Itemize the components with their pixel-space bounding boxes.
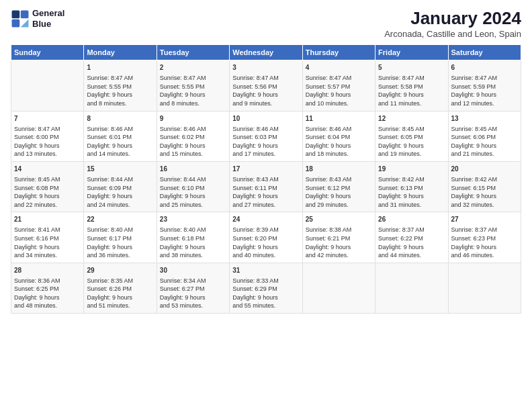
cell-content: Sunrise: 8:39 AM Sunset: 6:20 PM Dayligh… <box>232 226 279 259</box>
cell-content: Sunrise: 8:45 AM Sunset: 6:05 PM Dayligh… <box>378 126 425 158</box>
calendar-cell: 5Sunrise: 8:47 AM Sunset: 5:58 PM Daylig… <box>375 60 448 111</box>
day-number: 21 <box>14 215 81 224</box>
cell-content: Sunrise: 8:47 AM Sunset: 5:55 PM Dayligh… <box>160 75 206 107</box>
day-number: 2 <box>160 63 226 73</box>
day-number: 20 <box>451 165 518 174</box>
calendar-cell: 13Sunrise: 8:45 AM Sunset: 6:06 PM Dayli… <box>448 111 521 161</box>
cell-content: Sunrise: 8:46 AM Sunset: 6:03 PM Dayligh… <box>232 126 279 158</box>
day-number: 28 <box>14 266 81 275</box>
cell-content: Sunrise: 8:46 AM Sunset: 6:04 PM Dayligh… <box>306 126 352 158</box>
day-number: 14 <box>14 165 81 174</box>
calendar-cell: 20Sunrise: 8:42 AM Sunset: 6:15 PM Dayli… <box>448 161 521 212</box>
cell-content: Sunrise: 8:44 AM Sunset: 6:10 PM Dayligh… <box>160 176 206 208</box>
cell-content: Sunrise: 8:45 AM Sunset: 6:06 PM Dayligh… <box>451 126 498 158</box>
col-header-saturday: Saturday <box>448 45 521 60</box>
cell-content: Sunrise: 8:42 AM Sunset: 6:13 PM Dayligh… <box>378 176 425 208</box>
week-row-3: 14Sunrise: 8:45 AM Sunset: 6:08 PM Dayli… <box>11 161 521 212</box>
calendar-cell: 27Sunrise: 8:37 AM Sunset: 6:23 PM Dayli… <box>448 212 521 263</box>
day-number: 1 <box>87 63 153 73</box>
svg-marker-3 <box>21 19 29 27</box>
calendar-cell <box>448 263 521 313</box>
calendar-cell: 21Sunrise: 8:41 AM Sunset: 6:16 PM Dayli… <box>11 212 84 263</box>
day-number: 11 <box>306 114 372 124</box>
day-number: 27 <box>451 215 518 224</box>
calendar-cell: 7Sunrise: 8:47 AM Sunset: 6:00 PM Daylig… <box>11 111 84 161</box>
cell-content: Sunrise: 8:35 AM Sunset: 6:26 PM Dayligh… <box>87 277 133 310</box>
page: General Blue January 2024 Arconada, Cast… <box>0 0 532 411</box>
col-header-sunday: Sunday <box>11 45 84 60</box>
day-number: 23 <box>160 215 226 224</box>
main-title: January 2024 <box>384 8 521 29</box>
cell-content: Sunrise: 8:33 AM Sunset: 6:29 PM Dayligh… <box>232 277 279 310</box>
cell-content: Sunrise: 8:43 AM Sunset: 6:12 PM Dayligh… <box>306 176 352 208</box>
day-number: 12 <box>378 114 445 124</box>
calendar-cell: 26Sunrise: 8:37 AM Sunset: 6:22 PM Dayli… <box>375 212 448 263</box>
day-number: 10 <box>232 114 299 124</box>
cell-content: Sunrise: 8:47 AM Sunset: 5:56 PM Dayligh… <box>232 75 279 107</box>
calendar-cell: 22Sunrise: 8:40 AM Sunset: 6:17 PM Dayli… <box>84 212 157 263</box>
cell-content: Sunrise: 8:44 AM Sunset: 6:09 PM Dayligh… <box>87 176 133 208</box>
cell-content: Sunrise: 8:47 AM Sunset: 5:57 PM Dayligh… <box>306 75 352 107</box>
cell-content: Sunrise: 8:47 AM Sunset: 5:59 PM Dayligh… <box>451 75 498 107</box>
day-number: 16 <box>160 165 226 174</box>
logo: General Blue <box>11 8 64 29</box>
cell-content: Sunrise: 8:47 AM Sunset: 6:00 PM Dayligh… <box>14 126 60 158</box>
cell-content: Sunrise: 8:46 AM Sunset: 6:02 PM Dayligh… <box>160 126 206 158</box>
day-number: 13 <box>451 114 518 124</box>
cell-content: Sunrise: 8:47 AM Sunset: 5:58 PM Dayligh… <box>378 75 425 107</box>
day-number: 30 <box>160 266 226 275</box>
cell-content: Sunrise: 8:40 AM Sunset: 6:18 PM Dayligh… <box>160 226 206 259</box>
col-header-friday: Friday <box>375 45 448 60</box>
day-number: 24 <box>232 215 299 224</box>
calendar-cell: 16Sunrise: 8:44 AM Sunset: 6:10 PM Dayli… <box>157 161 229 212</box>
day-number: 29 <box>87 266 153 275</box>
week-row-1: 1Sunrise: 8:47 AM Sunset: 5:55 PM Daylig… <box>11 60 521 111</box>
day-number: 31 <box>232 266 299 275</box>
calendar-cell: 15Sunrise: 8:44 AM Sunset: 6:09 PM Dayli… <box>84 161 157 212</box>
calendar-cell: 3Sunrise: 8:47 AM Sunset: 5:56 PM Daylig… <box>230 60 302 111</box>
week-row-4: 21Sunrise: 8:41 AM Sunset: 6:16 PM Dayli… <box>11 212 521 263</box>
calendar-cell: 1Sunrise: 8:47 AM Sunset: 5:55 PM Daylig… <box>84 60 157 111</box>
week-row-5: 28Sunrise: 8:36 AM Sunset: 6:25 PM Dayli… <box>11 263 521 313</box>
cell-content: Sunrise: 8:34 AM Sunset: 6:27 PM Dayligh… <box>160 277 206 310</box>
day-number: 3 <box>232 63 299 73</box>
calendar-cell <box>11 60 84 111</box>
calendar-cell: 28Sunrise: 8:36 AM Sunset: 6:25 PM Dayli… <box>11 263 84 313</box>
day-number: 4 <box>306 63 372 73</box>
week-row-2: 7Sunrise: 8:47 AM Sunset: 6:00 PM Daylig… <box>11 111 521 161</box>
day-number: 8 <box>87 114 153 124</box>
calendar-cell: 29Sunrise: 8:35 AM Sunset: 6:26 PM Dayli… <box>84 263 157 313</box>
calendar-cell: 19Sunrise: 8:42 AM Sunset: 6:13 PM Dayli… <box>375 161 448 212</box>
col-header-monday: Monday <box>84 45 157 60</box>
cell-content: Sunrise: 8:46 AM Sunset: 6:01 PM Dayligh… <box>87 126 133 158</box>
svg-rect-2 <box>12 19 20 27</box>
day-number: 7 <box>14 114 81 124</box>
col-header-thursday: Thursday <box>302 45 375 60</box>
cell-content: Sunrise: 8:37 AM Sunset: 6:23 PM Dayligh… <box>451 226 498 259</box>
cell-content: Sunrise: 8:42 AM Sunset: 6:15 PM Dayligh… <box>451 176 498 208</box>
calendar-cell: 30Sunrise: 8:34 AM Sunset: 6:27 PM Dayli… <box>157 263 229 313</box>
day-number: 18 <box>306 165 372 174</box>
col-header-wednesday: Wednesday <box>230 45 302 60</box>
svg-rect-0 <box>12 10 20 18</box>
day-number: 26 <box>378 215 445 224</box>
cell-content: Sunrise: 8:38 AM Sunset: 6:21 PM Dayligh… <box>306 226 352 259</box>
calendar-cell: 31Sunrise: 8:33 AM Sunset: 6:29 PM Dayli… <box>230 263 302 313</box>
day-number: 17 <box>232 165 299 174</box>
day-number: 19 <box>378 165 445 174</box>
calendar-cell: 8Sunrise: 8:46 AM Sunset: 6:01 PM Daylig… <box>84 111 157 161</box>
day-number: 25 <box>306 215 372 224</box>
subtitle: Arconada, Castille and Leon, Spain <box>384 29 521 39</box>
calendar-cell: 2Sunrise: 8:47 AM Sunset: 5:55 PM Daylig… <box>157 60 229 111</box>
calendar-table: SundayMondayTuesdayWednesdayThursdayFrid… <box>11 44 521 314</box>
svg-rect-1 <box>21 10 29 18</box>
calendar-cell: 4Sunrise: 8:47 AM Sunset: 5:57 PM Daylig… <box>302 60 375 111</box>
logo-text: General Blue <box>32 8 64 29</box>
day-number: 5 <box>378 63 445 73</box>
calendar-cell: 12Sunrise: 8:45 AM Sunset: 6:05 PM Dayli… <box>375 111 448 161</box>
calendar-cell: 24Sunrise: 8:39 AM Sunset: 6:20 PM Dayli… <box>230 212 302 263</box>
logo-icon <box>11 9 30 28</box>
day-number: 22 <box>87 215 153 224</box>
cell-content: Sunrise: 8:41 AM Sunset: 6:16 PM Dayligh… <box>14 226 60 259</box>
cell-content: Sunrise: 8:43 AM Sunset: 6:11 PM Dayligh… <box>232 176 279 208</box>
